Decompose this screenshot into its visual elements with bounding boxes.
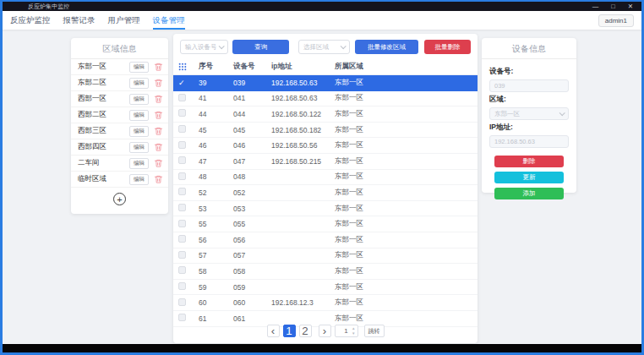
region-name: 西部三区 (78, 126, 129, 136)
table-row[interactable]: ✓39039192.168.50.63东部一区 (173, 75, 478, 91)
region-label: 区域: (489, 95, 569, 105)
region-edit-button[interactable]: 编辑 (129, 62, 149, 73)
region-list-item[interactable]: 西部四区编辑 (71, 139, 168, 156)
row-checkbox[interactable] (178, 141, 186, 149)
trash-icon[interactable] (154, 158, 163, 168)
trash-icon[interactable] (154, 174, 163, 184)
region-field[interactable]: 东部一区 (489, 107, 569, 120)
add-region-button[interactable]: + (113, 193, 126, 205)
next-page-button[interactable]: › (319, 325, 331, 337)
tab-device-management[interactable]: 设备管理 (153, 11, 185, 30)
chevron-down-icon (341, 43, 347, 49)
region-name: 东部一区 (78, 62, 129, 72)
cell-serial: 48 (199, 172, 233, 181)
row-checkbox[interactable] (178, 125, 186, 133)
chevron-down-icon (219, 43, 225, 49)
row-checkbox[interactable] (178, 188, 186, 195)
device-number-input[interactable]: 输入设备号 (180, 40, 228, 54)
user-account-button[interactable]: admin1 (598, 14, 634, 27)
delete-button[interactable]: 删除 (494, 156, 564, 167)
cell-region: 东部一区 (335, 172, 472, 182)
ip-field[interactable]: 192.168.50.63 (489, 135, 569, 148)
region-list-item[interactable]: 二车间编辑 (71, 156, 168, 172)
table-row[interactable]: 48048东部一区 (173, 170, 478, 186)
add-button[interactable]: 添加 (494, 188, 564, 199)
region-select[interactable]: 选择区域 (298, 40, 350, 54)
query-button[interactable]: 查询 (232, 40, 289, 54)
row-checkbox[interactable] (178, 156, 186, 164)
table-row[interactable]: 44044192.168.50.122东部一区 (173, 106, 478, 123)
region-edit-button[interactable]: 编辑 (129, 94, 149, 105)
table-row[interactable]: 55055东部一区 (173, 216, 478, 232)
jump-page-input[interactable]: 1 ▲▼ (335, 325, 358, 337)
region-list-item[interactable]: 西部三区编辑 (71, 123, 168, 139)
row-checkbox[interactable] (178, 220, 186, 227)
cell-serial: 60 (199, 298, 233, 307)
region-edit-button[interactable]: 编辑 (129, 126, 149, 137)
header-region: 所属区域 (335, 62, 472, 72)
table-row[interactable]: 46046192.168.50.56东部一区 (173, 138, 478, 154)
row-checkbox[interactable] (178, 314, 186, 321)
cell-region: 东部一区 (335, 78, 472, 88)
table-row[interactable]: 45045192.168.50.182东部一区 (173, 123, 478, 139)
row-checkbox[interactable] (178, 266, 186, 274)
batch-delete-button[interactable]: 批量删除 (424, 40, 471, 54)
tab-furnace-monitor[interactable]: 反应炉监控 (10, 11, 51, 30)
region-edit-button[interactable]: 编辑 (129, 174, 149, 185)
jump-page-value: 1 (344, 327, 347, 335)
device-info-panel: 设备信息 设备号: 039 区域: 东部一区 IP地址: 192.168.50.… (482, 38, 576, 193)
minimize-icon[interactable]: — (592, 3, 599, 10)
trash-icon[interactable] (154, 110, 163, 120)
header-device: 设备号 (233, 62, 271, 72)
cell-serial: 45 (199, 126, 233, 134)
prev-page-button[interactable]: ‹ (267, 325, 280, 337)
trash-icon[interactable] (154, 94, 163, 104)
table-row[interactable]: 56056东部一区 (173, 232, 478, 248)
row-checkbox[interactable] (178, 298, 186, 306)
region-list-item[interactable]: 东部二区编辑 (71, 75, 168, 91)
table-row[interactable]: 58058东部一区 (173, 264, 478, 280)
table-row[interactable]: 59059东部一区 (173, 280, 478, 296)
row-checkbox[interactable] (178, 109, 186, 117)
tab-user-management[interactable]: 用户管理 (108, 11, 140, 30)
batch-modify-region-button[interactable]: 批量修改区域 (355, 40, 418, 54)
add-region-row: + (71, 188, 168, 210)
row-checkbox[interactable] (178, 235, 186, 243)
table-row[interactable]: 57057东部一区 (173, 248, 478, 265)
trash-icon[interactable] (154, 142, 163, 152)
check-icon[interactable]: ✓ (178, 79, 185, 87)
cell-serial: 56 (199, 236, 233, 244)
table-row[interactable]: 60060192.168.12.3东部一区 (173, 295, 478, 311)
trash-icon[interactable] (154, 126, 163, 136)
close-icon[interactable]: ✕ (628, 3, 633, 10)
table-row[interactable]: 41041192.168.50.63东部一区 (173, 91, 478, 107)
region-edit-button[interactable]: 编辑 (129, 78, 149, 89)
page-button-1[interactable]: 1 (283, 325, 296, 337)
table-row[interactable]: 52052东部一区 (173, 185, 478, 201)
row-checkbox[interactable] (178, 94, 186, 101)
region-edit-button[interactable]: 编辑 (129, 142, 149, 153)
maximize-icon[interactable]: □ (611, 3, 615, 10)
region-list-item[interactable]: 东部一区编辑 (71, 59, 168, 75)
row-checkbox[interactable] (178, 172, 186, 180)
table-row[interactable]: 47047192.168.50.215东部一区 (173, 154, 478, 170)
row-checkbox[interactable] (178, 251, 186, 259)
region-edit-button[interactable]: 编辑 (129, 158, 149, 169)
device-number-field[interactable]: 039 (489, 79, 569, 92)
trash-icon[interactable] (154, 78, 163, 88)
table-row[interactable]: 53053东部一区 (173, 201, 478, 217)
jump-page-button[interactable]: 跳转 (364, 325, 385, 337)
trash-icon[interactable] (154, 62, 163, 72)
row-checkbox[interactable] (178, 282, 186, 290)
region-list-item[interactable]: 临时区域编辑 (71, 172, 168, 188)
page-button-2[interactable]: 2 (299, 325, 312, 337)
region-edit-button[interactable]: 编辑 (129, 110, 149, 121)
update-button[interactable]: 更新 (494, 172, 564, 183)
number-stepper-icon[interactable]: ▲▼ (352, 326, 355, 336)
row-checkbox[interactable] (178, 204, 186, 211)
tab-alarm-records[interactable]: 报警记录 (63, 11, 96, 30)
region-list-item[interactable]: 西部一区编辑 (71, 91, 168, 107)
region-list-item[interactable]: 西部二区编辑 (71, 107, 168, 123)
select-all-grid-icon[interactable] (178, 63, 199, 71)
cell-region: 东部一区 (335, 250, 472, 260)
